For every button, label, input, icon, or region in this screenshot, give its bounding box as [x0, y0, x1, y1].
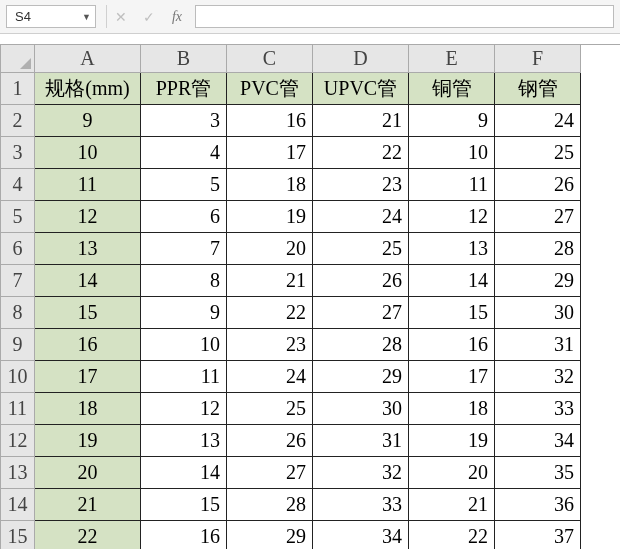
- cell-F8[interactable]: 30: [495, 297, 581, 329]
- cell-E8[interactable]: 15: [409, 297, 495, 329]
- cell-F14[interactable]: 36: [495, 489, 581, 521]
- cell-E5[interactable]: 12: [409, 201, 495, 233]
- cell-C3[interactable]: 17: [227, 137, 313, 169]
- row-header-12[interactable]: 12: [1, 425, 35, 457]
- cell-F3[interactable]: 25: [495, 137, 581, 169]
- row-header-7[interactable]: 7: [1, 265, 35, 297]
- insert-function-button[interactable]: fx: [163, 0, 191, 33]
- cell-C5[interactable]: 19: [227, 201, 313, 233]
- cell-F2[interactable]: 24: [495, 105, 581, 137]
- cell-D12[interactable]: 31: [313, 425, 409, 457]
- cell-E11[interactable]: 18: [409, 393, 495, 425]
- cell-F4[interactable]: 26: [495, 169, 581, 201]
- cell-A6[interactable]: 13: [35, 233, 141, 265]
- cell-F12[interactable]: 34: [495, 425, 581, 457]
- cell-D14[interactable]: 33: [313, 489, 409, 521]
- row-header-2[interactable]: 2: [1, 105, 35, 137]
- cell-A15[interactable]: 22: [35, 521, 141, 549]
- cell-B11[interactable]: 12: [141, 393, 227, 425]
- cell-A2[interactable]: 9: [35, 105, 141, 137]
- cell-D2[interactable]: 21: [313, 105, 409, 137]
- column-header-F[interactable]: F: [495, 45, 581, 73]
- cell-E3[interactable]: 10: [409, 137, 495, 169]
- header-cell-A[interactable]: 规格(mm): [35, 73, 141, 105]
- header-cell-C[interactable]: PVC管: [227, 73, 313, 105]
- cell-D3[interactable]: 22: [313, 137, 409, 169]
- cell-B5[interactable]: 6: [141, 201, 227, 233]
- column-header-D[interactable]: D: [313, 45, 409, 73]
- row-header-9[interactable]: 9: [1, 329, 35, 361]
- cell-B10[interactable]: 11: [141, 361, 227, 393]
- cell-F6[interactable]: 28: [495, 233, 581, 265]
- cell-C14[interactable]: 28: [227, 489, 313, 521]
- chevron-down-icon[interactable]: ▼: [82, 12, 91, 22]
- cell-A9[interactable]: 16: [35, 329, 141, 361]
- cell-E9[interactable]: 16: [409, 329, 495, 361]
- cell-B3[interactable]: 4: [141, 137, 227, 169]
- cell-E14[interactable]: 21: [409, 489, 495, 521]
- column-header-C[interactable]: C: [227, 45, 313, 73]
- cell-F9[interactable]: 31: [495, 329, 581, 361]
- cell-B7[interactable]: 8: [141, 265, 227, 297]
- cell-C7[interactable]: 21: [227, 265, 313, 297]
- cell-F13[interactable]: 35: [495, 457, 581, 489]
- row-header-6[interactable]: 6: [1, 233, 35, 265]
- spreadsheet-grid[interactable]: ABCDEF1规格(mm)PPR管PVC管UPVC管铜管钢管2931621924…: [0, 44, 620, 549]
- cell-A14[interactable]: 21: [35, 489, 141, 521]
- formula-input[interactable]: [195, 5, 614, 28]
- cell-C2[interactable]: 16: [227, 105, 313, 137]
- cell-D8[interactable]: 27: [313, 297, 409, 329]
- header-cell-D[interactable]: UPVC管: [313, 73, 409, 105]
- cell-C10[interactable]: 24: [227, 361, 313, 393]
- cell-C12[interactable]: 26: [227, 425, 313, 457]
- column-header-B[interactable]: B: [141, 45, 227, 73]
- header-cell-F[interactable]: 钢管: [495, 73, 581, 105]
- cell-F5[interactable]: 27: [495, 201, 581, 233]
- cell-B15[interactable]: 16: [141, 521, 227, 549]
- column-header-A[interactable]: A: [35, 45, 141, 73]
- cell-A10[interactable]: 17: [35, 361, 141, 393]
- cell-D11[interactable]: 30: [313, 393, 409, 425]
- cell-F15[interactable]: 37: [495, 521, 581, 549]
- header-cell-B[interactable]: PPR管: [141, 73, 227, 105]
- cell-D7[interactable]: 26: [313, 265, 409, 297]
- cell-E13[interactable]: 20: [409, 457, 495, 489]
- select-all-corner[interactable]: [1, 45, 35, 73]
- cell-A5[interactable]: 12: [35, 201, 141, 233]
- cell-E4[interactable]: 11: [409, 169, 495, 201]
- cell-D13[interactable]: 32: [313, 457, 409, 489]
- cell-E6[interactable]: 13: [409, 233, 495, 265]
- row-header-8[interactable]: 8: [1, 297, 35, 329]
- cell-C6[interactable]: 20: [227, 233, 313, 265]
- cell-A11[interactable]: 18: [35, 393, 141, 425]
- cell-E7[interactable]: 14: [409, 265, 495, 297]
- cell-C13[interactable]: 27: [227, 457, 313, 489]
- cell-F7[interactable]: 29: [495, 265, 581, 297]
- cell-B2[interactable]: 3: [141, 105, 227, 137]
- cell-A4[interactable]: 11: [35, 169, 141, 201]
- cell-A7[interactable]: 14: [35, 265, 141, 297]
- column-header-E[interactable]: E: [409, 45, 495, 73]
- row-header-15[interactable]: 15: [1, 521, 35, 549]
- header-cell-E[interactable]: 铜管: [409, 73, 495, 105]
- row-header-11[interactable]: 11: [1, 393, 35, 425]
- cell-F10[interactable]: 32: [495, 361, 581, 393]
- row-header-14[interactable]: 14: [1, 489, 35, 521]
- cell-B6[interactable]: 7: [141, 233, 227, 265]
- cell-A12[interactable]: 19: [35, 425, 141, 457]
- cell-B14[interactable]: 15: [141, 489, 227, 521]
- cell-F11[interactable]: 33: [495, 393, 581, 425]
- cell-B9[interactable]: 10: [141, 329, 227, 361]
- row-header-3[interactable]: 3: [1, 137, 35, 169]
- cell-D10[interactable]: 29: [313, 361, 409, 393]
- row-header-4[interactable]: 4: [1, 169, 35, 201]
- cell-B4[interactable]: 5: [141, 169, 227, 201]
- row-header-13[interactable]: 13: [1, 457, 35, 489]
- cell-B8[interactable]: 9: [141, 297, 227, 329]
- cell-A8[interactable]: 15: [35, 297, 141, 329]
- cell-C15[interactable]: 29: [227, 521, 313, 549]
- cell-E10[interactable]: 17: [409, 361, 495, 393]
- cell-A3[interactable]: 10: [35, 137, 141, 169]
- row-header-5[interactable]: 5: [1, 201, 35, 233]
- cell-B12[interactable]: 13: [141, 425, 227, 457]
